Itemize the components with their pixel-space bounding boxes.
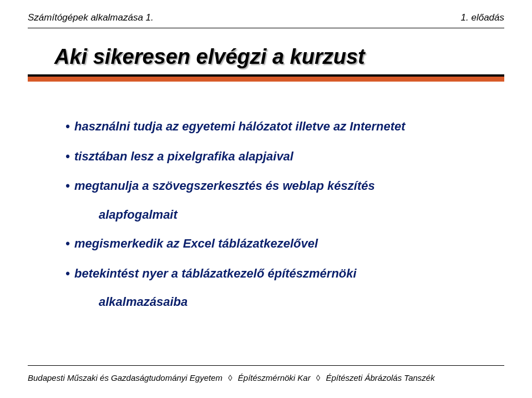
bullet-subline: alapfogalmait (65, 208, 499, 222)
header-right: 1. előadás (461, 12, 504, 23)
bullet-subline: alkalmazásaiba (65, 295, 499, 309)
footer-rule (28, 365, 504, 366)
header-left: Számítógépek alkalmazása 1. (28, 12, 154, 23)
bullet-item: használni tudja az egyetemi hálózatot il… (65, 118, 499, 135)
footer-part-1: Budapesti Műszaki és Gazdaságtudományi E… (28, 373, 222, 382)
diamond-icon: ◊ (313, 373, 323, 382)
bullet-item: tisztában lesz a pixelgrafika alapjaival (65, 148, 499, 165)
slide-footer: Budapesti Műszaki és Gazdaságtudományi E… (28, 373, 504, 382)
bullet-item: betekintést nyer a táblázatkezelő építés… (65, 265, 499, 282)
slide-body: használni tudja az egyetemi hálózatot il… (0, 85, 532, 309)
bullet-item: megtanulja a szövegszerkesztés és weblap… (65, 178, 499, 194)
diamond-icon: ◊ (225, 373, 235, 382)
footer-part-2: Építészmérnöki Kar (238, 373, 311, 382)
slide-title: Aki sikeresen elvégzi a kurzust (0, 28, 532, 71)
slide-page: Számítógépek alkalmazása 1. 1. előadás A… (0, 0, 532, 398)
footer-part-3: Építészeti Ábrázolás Tanszék (326, 373, 434, 382)
title-accent-bar (28, 77, 504, 82)
slide-header: Számítógépek alkalmazása 1. 1. előadás (0, 0, 532, 28)
bullet-item: megismerkedik az Excel táblázatkezelővel (65, 235, 499, 252)
